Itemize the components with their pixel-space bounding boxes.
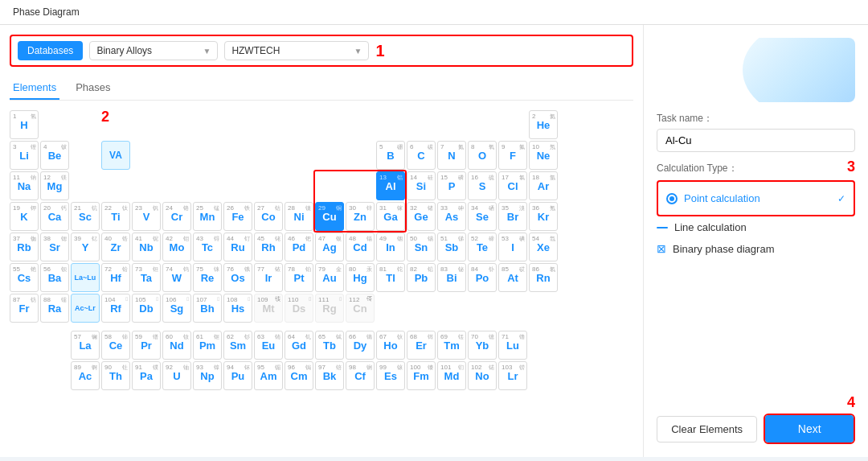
element-Y[interactable]: 39钇Y (71, 233, 100, 261)
element-Tl[interactable]: 81铊Tl (376, 263, 405, 292)
element-Tc[interactable]: 43锝Tc (193, 233, 222, 261)
element-Np[interactable]: 93镎Np (193, 361, 222, 390)
element-V[interactable]: 23钒V (132, 202, 161, 231)
element-Pb[interactable]: 82铅Pb (407, 263, 436, 292)
element-Fm[interactable]: 100镄Fm (407, 361, 436, 390)
element-Au[interactable]: 79金Au (315, 263, 344, 292)
element-Es[interactable]: 99锿Es (376, 361, 405, 390)
element-Fr[interactable]: 87钫Fr (10, 294, 39, 323)
element-Ca[interactable]: 20钙Ca (40, 202, 69, 231)
element-Hf[interactable]: 72铪Hf (101, 263, 130, 292)
element-Pm[interactable]: 61钷Pm (193, 331, 222, 360)
line-calculation-option[interactable]: Line calculation (657, 216, 855, 238)
element-Pt[interactable]: 78铂Pt (285, 263, 313, 292)
element-Sb[interactable]: 51锑Sb (437, 233, 466, 261)
element-Gd[interactable]: 64钆Gd (285, 331, 313, 360)
element-Yb[interactable]: 70镱Yb (468, 331, 497, 360)
tab-phases[interactable]: Phases (72, 76, 113, 100)
element-Sg[interactable]: 106𬭳Sg (162, 294, 191, 323)
element-Lu[interactable]: 71镥Lu (498, 331, 527, 360)
element-N[interactable]: 7氮N (437, 141, 466, 170)
element-O[interactable]: 8氧O (468, 141, 497, 170)
element-Mn[interactable]: 25锰Mn (193, 202, 222, 231)
element-K[interactable]: 19钾K (10, 202, 39, 231)
element-Zr[interactable]: 40锆Zr (101, 233, 130, 261)
element-Rn[interactable]: 86氡Rn (529, 263, 558, 292)
element-S[interactable]: 16硫S (468, 171, 497, 200)
element-Cu[interactable]: 29铜Cu (315, 202, 344, 231)
element-Sm[interactable]: 62钐Sm (223, 331, 252, 360)
element-As[interactable]: 33砷As (437, 202, 466, 231)
element-U[interactable]: 92铀U (162, 361, 191, 390)
element-Ra[interactable]: 88镭Ra (40, 294, 69, 323)
next-button[interactable]: Next (765, 415, 854, 442)
element-Sc[interactable]: 21钪Sc (71, 202, 100, 231)
element-Kr[interactable]: 36氪Kr (529, 202, 558, 231)
element-Ir[interactable]: 77铱Ir (254, 263, 283, 292)
element-Be[interactable]: 4铍Be (40, 141, 69, 170)
element-Bk[interactable]: 97锫Bk (315, 361, 344, 390)
element-C[interactable]: 6碳C (407, 141, 436, 170)
element-Th[interactable]: 90钍Th (101, 361, 130, 390)
element-Ta[interactable]: 73钽Ta (132, 263, 161, 292)
element-Rb[interactable]: 37铷Rb (10, 233, 39, 261)
element-Lr[interactable]: 103铹Lr (498, 361, 527, 390)
element-Mo[interactable]: 42钼Mo (162, 233, 191, 261)
element-Md[interactable]: 101钔Md (437, 361, 466, 390)
element-Dy[interactable]: 66镝Dy (346, 331, 375, 360)
binary-phase-option[interactable]: ⊠ Binary phase diagram (657, 238, 855, 259)
element-Ge[interactable]: 32锗Ge (407, 202, 436, 231)
element-Nb[interactable]: 41铌Nb (132, 233, 161, 261)
element-Hg[interactable]: 80汞Hg (346, 263, 375, 292)
element-Ti[interactable]: 22钛Ti (101, 202, 130, 231)
element-Am[interactable]: 95镅Am (254, 361, 283, 390)
element-Pa[interactable]: 91镤Pa (132, 361, 161, 390)
element-Sn[interactable]: 50锡Sn (407, 233, 436, 261)
db-source-select[interactable]: HZWTECH ▼ (224, 41, 369, 60)
element-F[interactable]: 9氟F (498, 141, 527, 170)
element-Nd[interactable]: 60钕Nd (162, 331, 191, 360)
element-Cl[interactable]: 17氯Cl (498, 171, 527, 200)
element-Po[interactable]: 84钋Po (468, 263, 497, 292)
element-Se[interactable]: 34硒Se (468, 202, 497, 231)
element-Pu[interactable]: 94钚Pu (223, 361, 252, 390)
element-Db[interactable]: 105𬭊Db (132, 294, 161, 323)
element-Cs[interactable]: 55铯Cs (10, 263, 39, 292)
element-La[interactable]: 57镧La (71, 331, 100, 360)
element-Eu[interactable]: 63铕Eu (254, 331, 283, 360)
element-Rh[interactable]: 45铑Rh (254, 233, 283, 261)
element-Ac[interactable]: 89锕Ac (71, 361, 100, 390)
element-Cm[interactable]: 96锔Cm (285, 361, 313, 390)
element-Bi[interactable]: 83铋Bi (437, 263, 466, 292)
element-Ho[interactable]: 67钬Ho (376, 331, 405, 360)
element-B[interactable]: 5硼B (376, 141, 405, 170)
element-Ar[interactable]: 18氩Ar (529, 171, 558, 200)
point-calculation-option[interactable]: Point calculation ✓ (666, 188, 845, 208)
element-Tb[interactable]: 65铽Tb (315, 331, 344, 360)
element-Cr[interactable]: 24铬Cr (162, 202, 191, 231)
element-Br[interactable]: 35溴Br (498, 202, 527, 231)
element-Re[interactable]: 75铼Re (193, 263, 222, 292)
element-Ag[interactable]: 47银Ag (315, 233, 344, 261)
element-Er[interactable]: 68铒Er (407, 331, 436, 360)
element-Zn[interactable]: 30锌Zn (346, 202, 375, 231)
element-Li[interactable]: 3锂Li (10, 141, 39, 170)
element-Bh[interactable]: 107𬭛Bh (193, 294, 222, 323)
element-Si[interactable]: 14硅Si (407, 171, 436, 200)
element-Ni[interactable]: 28镍Ni (285, 202, 313, 231)
element-He[interactable]: 2氦He (529, 110, 558, 139)
element-Co[interactable]: 27钴Co (254, 202, 283, 231)
element-Pd[interactable]: 46钯Pd (285, 233, 313, 261)
tab-elements[interactable]: Elements (10, 76, 59, 100)
task-name-input[interactable] (657, 129, 855, 152)
element-Fe[interactable]: 26铁Fe (223, 202, 252, 231)
element-Pr[interactable]: 59镨Pr (132, 331, 161, 360)
element-No[interactable]: 102锘No (468, 361, 497, 390)
element-Cf[interactable]: 98锎Cf (346, 361, 375, 390)
element-Sr[interactable]: 38锶Sr (40, 233, 69, 261)
element-W[interactable]: 74钨W (162, 263, 191, 292)
element-Tm[interactable]: 69铥Tm (437, 331, 466, 360)
element-Xe[interactable]: 54氙Xe (529, 233, 558, 261)
element-La-Lu[interactable]: La~Lu (71, 263, 100, 292)
element-I[interactable]: 53碘I (498, 233, 527, 261)
